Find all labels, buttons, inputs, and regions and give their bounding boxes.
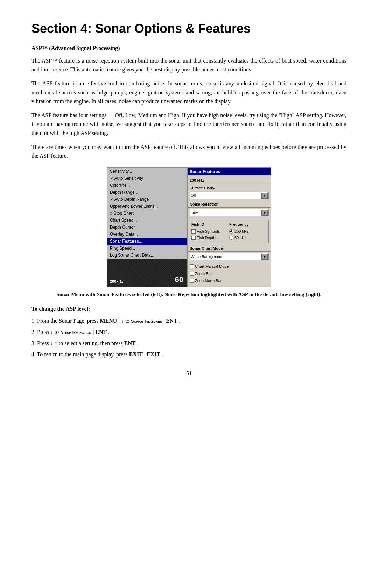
instruction-2: 2. Press ↓ to Noise Rejection | ENT .: [31, 328, 346, 336]
surface-clarity-label-row: Surface Clarity: [188, 185, 271, 192]
menu-item-stop-chart[interactable]: □ Stop Chart: [107, 210, 187, 217]
fish-depths-row: Fish Depths: [191, 235, 229, 241]
fish-symbols-checkbox[interactable]: [191, 229, 196, 234]
inst1-sep1: | ↓ to: [118, 318, 131, 324]
inst4-text-after: .: [162, 351, 163, 357]
paragraph-2: The ASP feature is an effective tool in …: [31, 79, 346, 106]
panel-title: Sonar Features: [188, 168, 271, 175]
fish-symbols-label: Fish Symbols: [197, 229, 220, 235]
menu-item-overlay-data[interactable]: Overlay Data...: [107, 231, 187, 238]
chart-manual-mode-label: Chart Manual Mode: [195, 264, 229, 270]
inst1-ent-key: ENT: [166, 318, 177, 324]
fish-depths-label: Fish Depths: [197, 235, 217, 241]
figure-caption: Sonar Menu with Sonar Features selected …: [31, 291, 346, 298]
inst1-menu-key: MENU: [100, 318, 117, 324]
sonar-image: 200kHz 60: [107, 259, 187, 287]
menu-item-colorline[interactable]: Colorline...: [107, 182, 187, 189]
frequency-title: Frequency: [229, 222, 267, 228]
inst4-number: 4. To return to the main page display, p…: [31, 351, 129, 357]
instruction-4: 4. To return to the main page display, p…: [31, 350, 346, 359]
noise-rejection-arrow[interactable]: ▼: [261, 210, 268, 216]
chart-manual-mode-row: Chart Manual Mode: [188, 263, 271, 270]
noise-rejection-header: Noise Rejection: [188, 201, 271, 208]
inst2-number: 2. Press ↓ to: [31, 329, 60, 335]
freq-50-radio[interactable]: [229, 236, 233, 240]
zoom-bar-checkbox[interactable]: [190, 272, 194, 276]
instructions-title: To change the ASP level:: [31, 304, 346, 314]
sonar-chart-section: Sonar Chart Mode White Background ▼: [188, 245, 271, 262]
chart-manual-mode-checkbox[interactable]: [190, 264, 194, 268]
section-subtitle: ASP™ (Advanced Signal Processing): [31, 44, 346, 53]
freq-200-label: 200 kHz: [234, 229, 248, 235]
menu-item-log-sonar[interactable]: Log Sonar Chart Data...: [107, 252, 187, 259]
inst3-number: 3. Press ↓ ↑ to select a setting, then p…: [31, 340, 124, 346]
surface-clarity-dropdown-row[interactable]: Off ▼: [188, 192, 271, 201]
noise-rejection-select[interactable]: Low ▼: [190, 209, 269, 216]
paragraph-3: The ASP feature has four settings — Off,…: [31, 111, 346, 138]
sonar-freq-label: 200kHz: [110, 279, 123, 285]
menu-item-sonar-features[interactable]: Sonar Features...: [107, 238, 187, 245]
instruction-3: 3. Press ↓ ↑ to select a setting, then p…: [31, 339, 346, 347]
inst4-exit-key2: EXIT: [147, 351, 160, 357]
freq-50-row: 50 kHz: [229, 235, 267, 241]
noise-rejection-dropdown-row[interactable]: Low ▼: [188, 209, 271, 218]
surface-clarity-arrow[interactable]: ▼: [261, 193, 268, 199]
surface-clarity-value: Off: [191, 193, 196, 199]
menu-item-depth-range[interactable]: Depth Range...: [107, 189, 187, 196]
sonar-chart-mode-dropdown-row[interactable]: White Background ▼: [188, 253, 271, 262]
zone-alarm-bar-row: Zone Alarm Bar: [188, 278, 271, 284]
inst2-ent-key: ENT: [95, 329, 107, 335]
menu-item-sensitivity[interactable]: Sensitivity...: [107, 168, 187, 175]
surface-clarity-label: Surface Clarity: [190, 185, 215, 191]
menu-item-ping-speed[interactable]: Ping Speed...: [107, 245, 187, 252]
page-number: 51: [31, 369, 346, 378]
inst3-text-after: .: [137, 340, 139, 346]
inst1-sonar-features: Sonar Features: [131, 318, 162, 324]
inst1-text-before: From the Sonar Page, press: [37, 318, 100, 324]
zoom-bar-row: Zoom Bar: [188, 271, 271, 277]
instruction-1: 1. From the Sonar Page, press MENU | ↓ t…: [31, 317, 346, 325]
fish-id-title: Fish ID: [191, 222, 229, 228]
inst2-text-after: .: [108, 329, 110, 335]
inst1-number: 1.: [31, 318, 37, 324]
menu-item-auto-depth-range[interactable]: ✓ Auto Depth Range: [107, 196, 187, 203]
noise-rejection-section: Noise Rejection Low ▼: [188, 201, 271, 218]
menu-item-upper-lower[interactable]: Upper And Lower Limits...: [107, 203, 187, 210]
zone-alarm-bar-label: Zone Alarm Bar: [195, 278, 222, 284]
page-title: Section 4: Sonar Options & Features: [31, 21, 346, 36]
menu-item-chart-speed[interactable]: Chart Speed...: [107, 217, 187, 224]
inst2-noise-rejection: Noise Rejection: [60, 330, 91, 335]
surface-clarity-select[interactable]: Off ▼: [190, 192, 269, 199]
frequency-right: Frequency 200 kHz 50 kHz: [229, 222, 267, 242]
freq-200-radio[interactable]: [229, 229, 233, 234]
paragraph-1: The ASP™ feature is a noise rejection sy…: [31, 56, 346, 74]
sonar-depth-number: 60: [175, 274, 183, 285]
fish-depths-checkbox[interactable]: [191, 236, 196, 240]
noise-rejection-value: Low: [191, 210, 198, 216]
sonar-chart-mode-arrow[interactable]: ▼: [261, 254, 268, 260]
zone-alarm-bar-checkbox[interactable]: [190, 279, 194, 283]
fish-symbols-row: Fish Symbols: [191, 229, 229, 235]
fish-id-section: Fish ID Fish Symbols Fish Depths Frequen…: [190, 220, 269, 243]
menu-item-auto-sensitivity[interactable]: ✓ Auto Sensitivity: [107, 175, 187, 182]
freq-200-row: 200 kHz: [229, 229, 267, 235]
freq-50-label: 50 kHz: [234, 235, 246, 241]
inst3-ent-key: ENT: [124, 340, 136, 346]
sonar-chart-mode-value: White Background: [191, 254, 222, 260]
inst1-text-after: .: [179, 318, 180, 324]
fish-id-left: Fish ID Fish Symbols Fish Depths: [191, 222, 229, 242]
paragraph-4: There are times when you may want to tur…: [31, 143, 346, 160]
figure-container: Sensitivity... ✓ Auto Sensitivity Colorl…: [105, 167, 273, 287]
freq-200-header: 200 kHz: [188, 177, 271, 184]
inst4-exit-key1: EXIT: [129, 351, 143, 357]
zoom-bar-label: Zoom Bar: [195, 271, 212, 277]
sonar-chart-mode-select[interactable]: White Background ▼: [190, 253, 269, 260]
sonar-chart-mode-header: Sonar Chart Mode: [188, 245, 271, 252]
left-menu-panel: Sensitivity... ✓ Auto Sensitivity Colorl…: [107, 167, 187, 287]
menu-item-depth-cursor[interactable]: Depth Cursor: [107, 224, 187, 231]
right-features-panel: Sonar Features 200 kHz Surface Clarity O…: [187, 167, 271, 287]
